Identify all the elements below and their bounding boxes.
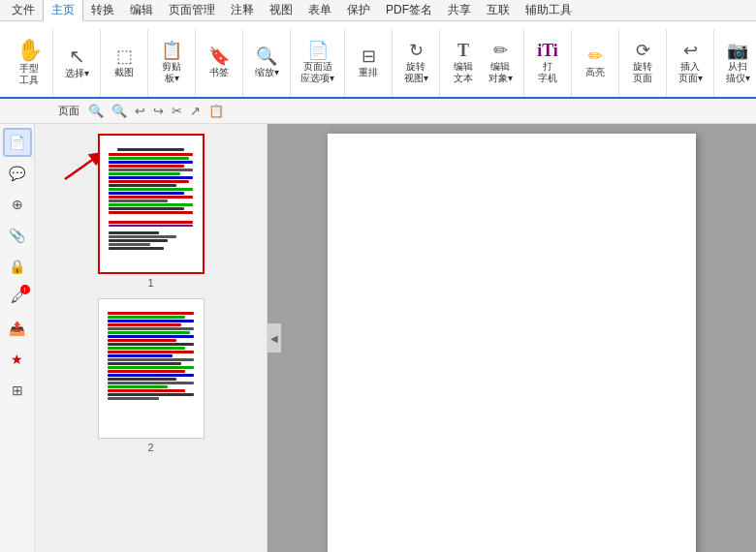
- sidebar-icon-attachment[interactable]: 📎: [3, 221, 32, 250]
- ribbon-group-edittext: T 编辑文本 ✏ 编辑对象▾: [440, 29, 524, 97]
- select-button[interactable]: ↖ 选择▾: [59, 44, 94, 82]
- scroll-left-button[interactable]: ◀: [268, 323, 281, 353]
- cursor-icon: ↖: [69, 46, 85, 66]
- sidebar-icon-tool[interactable]: ★: [3, 345, 32, 374]
- sidebar-icon-sign[interactable]: 🖊 !: [3, 283, 32, 312]
- layer-icon: ⊕: [12, 197, 23, 212]
- thumbnail-page-2-image[interactable]: [98, 298, 205, 439]
- menu-convert[interactable]: 转换: [83, 0, 122, 20]
- scan-label: 从扫描仪▾: [726, 61, 750, 84]
- rotatepage-label: 旋转页面: [633, 61, 652, 84]
- ribbon-group-clipboard: 📋 剪贴板▾: [148, 29, 196, 97]
- sidebar-icon-export[interactable]: 📤: [3, 314, 32, 343]
- clipboard-button[interactable]: 📋 剪贴板▾: [154, 39, 189, 87]
- subtoolbar-icon4[interactable]: ↪: [150, 103, 167, 119]
- sidebar-icon-more[interactable]: ⊞: [3, 376, 32, 405]
- menu-annotate[interactable]: 注释: [223, 0, 262, 20]
- sidebar-icon-thumbnail[interactable]: 📄: [3, 128, 32, 157]
- reflow-label: 重排: [359, 67, 378, 78]
- page-panel-label: 页面: [58, 104, 79, 118]
- menu-home[interactable]: 主页: [43, 0, 83, 21]
- thumbnail-panel[interactable]: 1: [35, 124, 268, 552]
- thumbnail-icon: 📄: [9, 135, 25, 150]
- thumbnail-page-1-image[interactable]: [98, 134, 205, 274]
- insertpage-icon: ↩: [683, 42, 698, 59]
- menu-file[interactable]: 文件: [4, 0, 43, 20]
- subtoolbar-icon1[interactable]: 🔍: [85, 103, 107, 119]
- subtoolbar-icon3[interactable]: ↩: [132, 103, 148, 119]
- zoom-button[interactable]: 🔍 缩放▾: [249, 45, 284, 81]
- subtoolbar-icon5[interactable]: ✂: [169, 103, 185, 119]
- rotatepage-button[interactable]: ⟳ 旋转页面: [625, 39, 660, 87]
- edit-text-label: 编辑文本: [454, 61, 473, 84]
- rotatepage-icon: ⟳: [636, 42, 650, 59]
- menu-edit[interactable]: 编辑: [122, 0, 161, 20]
- zoom-icon: 🔍: [256, 47, 277, 65]
- rotateview-button[interactable]: ↻ 旋转视图▾: [398, 39, 433, 87]
- ribbon-btns-hand: ✋ 手型工具: [12, 29, 47, 97]
- typewriter-label: 打字机: [538, 61, 557, 84]
- ribbon-group-reflow: ⊟ 重排: [345, 29, 393, 97]
- menu-pdf-sign[interactable]: PDF签名: [378, 0, 440, 20]
- ribbon-group-typewriter: iTi 打字机: [524, 29, 572, 97]
- pagefit-button[interactable]: 📄 页面适应选项▾: [297, 39, 338, 87]
- main-area: 📄 💬 ⊕ 📎 🔒 🖊 ! 📤 ★ ⊞: [0, 124, 756, 552]
- select-label: 选择▾: [65, 68, 89, 79]
- viewer-page: [328, 134, 696, 552]
- ribbon-group-hand: ✋ 手型工具: [6, 29, 53, 97]
- clipboard-icon: 📋: [161, 42, 182, 59]
- ribbon-group-insertpage: ↩ 插入页面▾: [667, 29, 714, 97]
- pagefit-label: 页面适应选项▾: [300, 61, 334, 84]
- ribbon-group-select: ↖ 选择▾: [53, 29, 101, 97]
- bookmark-button[interactable]: 🔖 书签: [202, 45, 236, 81]
- subtoolbar-icon7[interactable]: 📋: [205, 103, 227, 119]
- menu-view[interactable]: 视图: [262, 0, 300, 20]
- sidebar-icon-security[interactable]: 🔒: [3, 252, 32, 281]
- tool-icon: ★: [11, 352, 23, 367]
- insertpage-button[interactable]: ↩ 插入页面▾: [673, 39, 708, 87]
- edit-text-icon: T: [457, 42, 469, 59]
- menu-page-manage[interactable]: 页面管理: [161, 0, 223, 20]
- edit-text-button[interactable]: T 编辑文本: [446, 39, 481, 87]
- hand-tool-button[interactable]: ✋ 手型工具: [12, 37, 47, 89]
- menu-form[interactable]: 表单: [300, 0, 339, 20]
- page-2-number: 2: [147, 442, 153, 453]
- reflow-icon: ⊟: [362, 47, 376, 65]
- hand-tool-label: 手型工具: [19, 63, 39, 86]
- reflow-button[interactable]: ⊟ 重排: [351, 45, 386, 81]
- zoom-label: 缩放▾: [255, 67, 279, 78]
- page-1-content: [105, 142, 197, 265]
- clipboard-label: 剪贴板▾: [162, 61, 181, 84]
- menu-connect[interactable]: 互联: [479, 0, 518, 20]
- ribbon-group-scan: 📷 从扫描仪▾: [714, 29, 756, 97]
- ribbon-group-highlight: ✏ 高亮: [572, 29, 619, 97]
- ribbon-group-rotatepage: ⟳ 旋转页面: [619, 29, 667, 97]
- export-icon: 📤: [9, 321, 25, 336]
- menu-protect[interactable]: 保护: [339, 0, 378, 20]
- ribbon-group-rotateview: ↻ 旋转视图▾: [393, 29, 440, 97]
- sidebar-icons: 📄 💬 ⊕ 📎 🔒 🖊 ! 📤 ★ ⊞: [0, 124, 35, 552]
- sidebar-icon-layer[interactable]: ⊕: [3, 190, 32, 219]
- scan-icon: 📷: [727, 42, 748, 59]
- menu-assist[interactable]: 辅助工具: [518, 0, 580, 20]
- ribbon-group-screenshot: ⬚ 截图: [101, 29, 148, 97]
- screenshot-label: 截图: [114, 67, 134, 78]
- rotateview-label: 旋转视图▾: [404, 61, 428, 84]
- menu-share[interactable]: 共享: [440, 0, 479, 20]
- typewriter-icon: iTi: [537, 42, 558, 59]
- edit-object-icon: ✏: [493, 42, 508, 59]
- sidebar-icon-comment[interactable]: 💬: [3, 159, 32, 188]
- thumbnail-page-1[interactable]: 1: [98, 134, 205, 289]
- typewriter-button[interactable]: iTi 打字机: [530, 39, 565, 87]
- thumbnail-page-2[interactable]: 2: [98, 298, 205, 453]
- subtoolbar-icon6[interactable]: ↗: [187, 103, 204, 119]
- highlight-button[interactable]: ✏ 高亮: [578, 45, 613, 81]
- screenshot-button[interactable]: ⬚ 截图: [107, 45, 142, 81]
- subtoolbar-icon2[interactable]: 🔍: [109, 103, 130, 119]
- highlight-icon: ✏: [588, 47, 603, 65]
- page-2-content: [104, 306, 198, 431]
- more-icon: ⊞: [12, 383, 23, 398]
- scan-button[interactable]: 📷 从扫描仪▾: [720, 39, 755, 87]
- edit-object-button[interactable]: ✏ 编辑对象▾: [483, 39, 518, 87]
- pagefit-icon: 📄: [307, 42, 329, 59]
